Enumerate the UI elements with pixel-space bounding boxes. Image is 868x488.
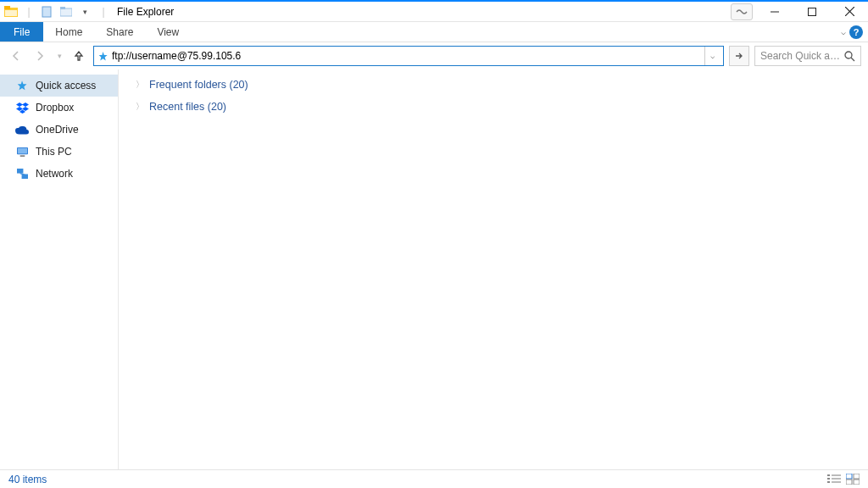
- status-bar: 40 items: [0, 469, 868, 488]
- svg-rect-7: [809, 8, 816, 15]
- sidebar-item-dropbox[interactable]: Dropbox: [0, 97, 118, 119]
- svg-line-11: [851, 58, 854, 61]
- body: Quick access Dropbox OneDrive This PC Ne…: [0, 69, 868, 469]
- dropbox-icon: [15, 101, 29, 114]
- svg-rect-5: [60, 7, 65, 9]
- chevron-right-icon: 〉: [136, 79, 144, 91]
- svg-rect-20: [827, 478, 830, 480]
- quick-access-star-icon: [97, 51, 108, 62]
- quick-access-toolbar: | ▾ |: [0, 3, 112, 20]
- search-icon: [844, 51, 855, 62]
- svg-rect-15: [17, 169, 23, 174]
- svg-rect-19: [832, 474, 841, 476]
- svg-rect-1: [4, 6, 10, 9]
- monitor-icon: [15, 145, 29, 158]
- easy-access-icon[interactable]: [731, 3, 753, 20]
- title-bar: | ▾ | File Explorer: [0, 0, 868, 22]
- sidebar-item-label: This PC: [36, 146, 72, 158]
- svg-rect-14: [19, 155, 25, 157]
- svg-rect-21: [832, 478, 841, 480]
- svg-rect-13: [17, 147, 26, 153]
- sidebar-item-label: Network: [36, 168, 73, 180]
- window-title: File Explorer: [117, 6, 174, 18]
- ribbon: File Home Share View ⌵ ?: [0, 22, 868, 42]
- group-label: Recent files (20): [149, 101, 226, 113]
- address-bar[interactable]: ⌵: [93, 46, 724, 66]
- group-label: Frequent folders (20): [149, 79, 248, 91]
- status-text: 40 items: [8, 474, 47, 485]
- minimize-button[interactable]: [756, 1, 793, 23]
- sidebar-item-this-pc[interactable]: This PC: [0, 141, 118, 163]
- content-pane: 〉 Frequent folders (20) 〉 Recent files (…: [119, 69, 868, 469]
- sidebar-item-quick-access[interactable]: Quick access: [0, 75, 118, 97]
- network-icon: [15, 167, 29, 180]
- forward-button[interactable]: [31, 47, 49, 65]
- address-dropdown-icon[interactable]: ⌵: [704, 47, 720, 65]
- svg-rect-24: [846, 474, 852, 479]
- sidebar-item-onedrive[interactable]: OneDrive: [0, 119, 118, 141]
- chevron-right-icon: 〉: [136, 101, 144, 113]
- svg-rect-3: [42, 7, 51, 17]
- star-icon: [15, 79, 29, 92]
- maximize-button[interactable]: [793, 1, 831, 23]
- sidebar-item-label: Dropbox: [36, 102, 74, 114]
- ribbon-right: ⌵ ?: [841, 22, 868, 42]
- help-icon[interactable]: ?: [849, 25, 863, 39]
- svg-point-10: [845, 52, 852, 58]
- view-mode-switcher: [827, 474, 860, 485]
- svg-rect-22: [827, 481, 830, 483]
- svg-rect-25: [854, 474, 860, 479]
- tab-home[interactable]: Home: [43, 22, 94, 42]
- recent-locations-dropdown[interactable]: ▾: [54, 47, 64, 65]
- qat-separator: |: [20, 3, 37, 20]
- svg-rect-26: [846, 480, 852, 485]
- group-frequent-folders[interactable]: 〉 Frequent folders (20): [136, 75, 851, 95]
- large-icons-view-icon[interactable]: [846, 474, 860, 485]
- file-tab[interactable]: File: [0, 22, 43, 42]
- sidebar-item-label: OneDrive: [36, 124, 79, 136]
- close-button[interactable]: [831, 1, 868, 23]
- tab-share[interactable]: Share: [94, 22, 145, 42]
- sidebar-item-network[interactable]: Network: [0, 163, 118, 185]
- search-placeholder: Search Quick acc...: [760, 50, 844, 62]
- svg-rect-18: [827, 474, 830, 476]
- go-button[interactable]: [729, 46, 749, 66]
- back-button[interactable]: [7, 47, 25, 65]
- ribbon-chevron-icon[interactable]: ⌵: [841, 27, 846, 36]
- properties-icon[interactable]: [39, 3, 56, 20]
- onedrive-icon: [15, 123, 29, 136]
- window-controls: [731, 1, 868, 23]
- svg-rect-27: [854, 480, 860, 485]
- qat-dropdown-icon[interactable]: ▾: [76, 3, 93, 20]
- navigation-row: ▾ ⌵ Search Quick acc...: [0, 42, 868, 69]
- svg-rect-4: [60, 8, 72, 16]
- qat-separator-2: |: [95, 3, 112, 20]
- new-folder-icon[interactable]: [58, 3, 75, 20]
- tab-view[interactable]: View: [145, 22, 191, 42]
- svg-rect-23: [832, 481, 841, 483]
- svg-rect-2: [5, 10, 17, 16]
- svg-line-17: [19, 173, 25, 175]
- search-box[interactable]: Search Quick acc...: [754, 46, 861, 66]
- sidebar-item-label: Quick access: [36, 80, 96, 92]
- navigation-pane: Quick access Dropbox OneDrive This PC Ne…: [0, 69, 119, 469]
- group-recent-files[interactable]: 〉 Recent files (20): [136, 97, 851, 117]
- file-explorer-icon: [3, 4, 19, 19]
- details-view-icon[interactable]: [827, 474, 841, 485]
- address-input[interactable]: [112, 50, 704, 62]
- up-button[interactable]: [70, 47, 88, 65]
